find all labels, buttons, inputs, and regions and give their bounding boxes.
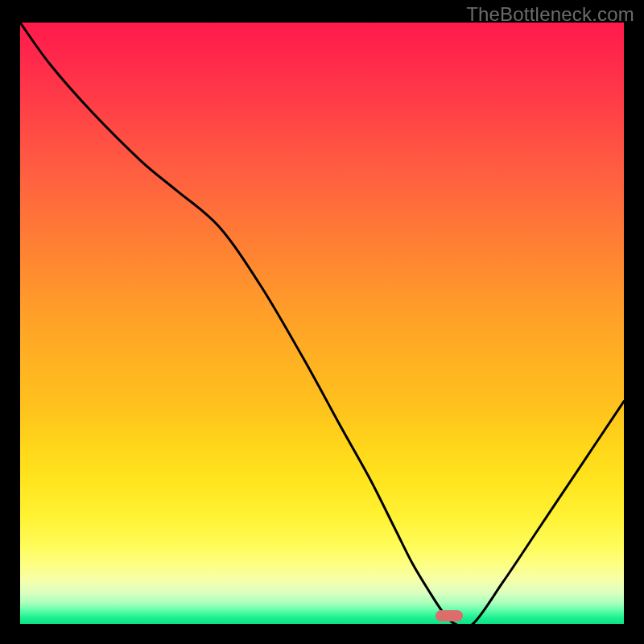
curve-path	[20, 23, 624, 624]
chart-frame: TheBottleneck.com	[0, 0, 644, 644]
bottleneck-curve	[20, 23, 624, 624]
optimal-marker	[436, 610, 463, 621]
watermark-text: TheBottleneck.com	[466, 3, 634, 26]
plot-area	[20, 23, 624, 624]
